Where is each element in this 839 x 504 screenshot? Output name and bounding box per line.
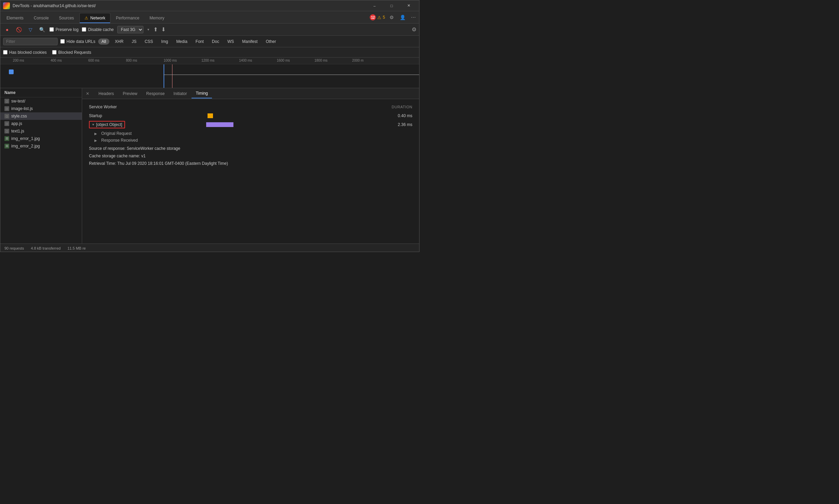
timeline-blue-line — [164, 64, 164, 88]
timing-respondwith-row: ▼ [object Object] 2.36 ms — [89, 121, 412, 128]
file-item-image-list[interactable]: ◻ image-list.js — [0, 105, 82, 112]
throttle-select[interactable]: Fast 3G — [117, 26, 143, 33]
preserve-log-text: Preserve log — [56, 27, 78, 32]
file-name-sw-test: sw-test/ — [11, 99, 25, 104]
filter-doc-button[interactable]: Doc — [209, 38, 222, 45]
filter-css-button[interactable]: CSS — [142, 38, 156, 45]
detail-tab-preview[interactable]: Preview — [119, 89, 141, 98]
filter-ws-button[interactable]: WS — [225, 38, 237, 45]
stop-button[interactable]: 🚫 — [15, 26, 23, 34]
respond-with-bar — [206, 122, 233, 127]
timing-section-header: Service Worker DURATION — [89, 105, 412, 109]
timeline-area: 200 ms 400 ms 600 ms 800 ms 1000 ms 1200… — [0, 58, 419, 88]
settings-icon[interactable]: ⚙ — [387, 13, 396, 22]
record-button[interactable]: ● — [3, 26, 11, 34]
filter-input[interactable] — [3, 38, 58, 45]
timeline-ruler: 200 ms 400 ms 600 ms 800 ms 1000 ms 1200… — [0, 58, 419, 64]
file-item-sw-test[interactable]: ◻ sw-test/ — [0, 97, 82, 105]
throttle-dropdown-icon[interactable]: ▼ — [147, 28, 150, 31]
file-name-image-list: image-list.js — [11, 106, 33, 111]
startup-bar — [208, 113, 213, 118]
tab-elements-label: Elements — [6, 16, 24, 20]
detail-tab-headers[interactable]: Headers — [94, 89, 118, 98]
has-blocked-cookies-label[interactable]: Has blocked cookies — [3, 50, 47, 55]
toolbar-gear-icon[interactable]: ⚙ — [412, 26, 416, 33]
download-icon[interactable]: ⬇ — [161, 26, 166, 33]
maximize-button[interactable]: □ — [384, 0, 399, 11]
tick-1000: 1000 ms — [164, 59, 177, 62]
file-item-text1-js[interactable]: ◻ text1.js — [0, 127, 82, 135]
filter-img-button[interactable]: Img — [158, 38, 171, 45]
tab-network[interactable]: ⚠ Network — [79, 13, 110, 23]
blocked-requests-label[interactable]: Blocked Requests — [52, 50, 91, 55]
file-icon-sw-test: ◻ — [4, 99, 9, 104]
toolbar: ● 🚫 ▽ 🔍 Preserve log Disable cache Fast … — [0, 23, 419, 36]
search-button[interactable]: 🔍 — [38, 26, 46, 34]
hide-data-urls-checkbox[interactable] — [60, 39, 65, 44]
tab-performance-label: Performance — [116, 16, 139, 20]
detail-tab-initiator[interactable]: Initiator — [169, 89, 191, 98]
tab-elements[interactable]: Elements — [2, 13, 28, 23]
file-item-style-css[interactable]: ◻ style.css — [0, 112, 82, 120]
preserve-log-checkbox[interactable] — [49, 27, 54, 32]
file-item-img-error-1[interactable]: 🖼 img_error_1.jpg — [0, 135, 82, 142]
timing-response-received-row: ▶ Response Received — [89, 138, 412, 143]
close-button[interactable]: ✕ — [401, 0, 416, 11]
timeline-white-line — [164, 75, 419, 75]
hide-data-urls-text: Hide data URLs — [66, 39, 95, 44]
detail-tabs: ✕ Headers Preview Response Initiator Tim… — [82, 88, 419, 99]
timing-original-request-label: Original Request — [101, 131, 132, 136]
devtools-icon — [3, 2, 10, 9]
tick-1600: 1600 ms — [277, 59, 290, 62]
filter-bar: Hide data URLs All XHR JS CSS Img Media … — [0, 36, 419, 47]
network-warning-icon: ⚠ — [85, 16, 88, 20]
tab-bar-right: 12 ⚠ 5 ⚙ 👤 ⋯ — [370, 13, 418, 23]
status-bar: 90 requests 4.8 kB transferred 11.5 MB r… — [0, 243, 419, 252]
disable-cache-checkbox[interactable] — [82, 27, 86, 32]
filter-all-button[interactable]: All — [98, 38, 109, 45]
tab-sources[interactable]: Sources — [54, 13, 79, 23]
filter-xhr-button[interactable]: XHR — [112, 38, 126, 45]
file-name-text1-js: text1.js — [11, 129, 24, 133]
disable-cache-label[interactable]: Disable cache — [82, 27, 113, 32]
minimize-button[interactable]: – — [367, 0, 382, 11]
filter-other-button[interactable]: Other — [263, 38, 279, 45]
blocked-requests-text: Blocked Requests — [58, 50, 91, 55]
title-bar: DevTools - anubhamathur14.github.io/sw-t… — [0, 0, 419, 11]
timing-source-response: Source of response: ServiceWorker cache … — [89, 145, 412, 152]
preserve-log-label[interactable]: Preserve log — [49, 27, 78, 32]
filter-manifest-button[interactable]: Manifest — [240, 38, 260, 45]
tab-console[interactable]: Console — [29, 13, 54, 23]
timing-original-request-row: ▶ Original Request — [89, 131, 412, 136]
has-blocked-cookies-text: Has blocked cookies — [9, 50, 47, 55]
filter-font-button[interactable]: Font — [193, 38, 207, 45]
upload-icon[interactable]: ⬆ — [153, 26, 158, 33]
detail-close-button[interactable]: ✕ — [83, 90, 92, 98]
tick-400: 400 ms — [50, 59, 62, 62]
tab-performance[interactable]: Performance — [111, 13, 144, 23]
detail-panel: ✕ Headers Preview Response Initiator Tim… — [82, 88, 419, 243]
more-icon[interactable]: ⋯ — [409, 13, 418, 22]
file-item-app-js[interactable]: ◻ app.js — [0, 120, 82, 127]
tab-network-label: Network — [90, 16, 105, 20]
detail-tab-timing[interactable]: Timing — [192, 89, 212, 98]
filter-js-button[interactable]: JS — [129, 38, 139, 45]
file-icon-text1-js: ◻ — [4, 129, 9, 133]
timing-content: Service Worker DURATION Startup 0.40 ms … — [82, 99, 419, 173]
file-item-img-error-2[interactable]: 🖼 img_error_2.jpg — [0, 142, 82, 150]
filter-bar-2: Has blocked cookies Blocked Requests — [0, 47, 419, 58]
has-blocked-cookies-checkbox[interactable] — [3, 50, 7, 54]
original-request-arrow: ▶ — [94, 132, 97, 136]
hide-data-urls-label[interactable]: Hide data URLs — [60, 39, 95, 44]
file-icon-img-error-2: 🖼 — [4, 144, 9, 148]
profile-icon[interactable]: 👤 — [398, 13, 407, 22]
filter-media-button[interactable]: Media — [173, 38, 190, 45]
blocked-requests-checkbox[interactable] — [52, 50, 57, 54]
status-resources: 11.5 MB re — [67, 246, 86, 250]
file-name-app-js: app.js — [11, 121, 22, 126]
tab-memory[interactable]: Memory — [145, 13, 169, 23]
timeline-chart — [0, 64, 419, 88]
timing-cache-name: Cache storage cache name: v1 — [89, 152, 412, 160]
detail-tab-response[interactable]: Response — [142, 89, 169, 98]
filter-button[interactable]: ▽ — [26, 26, 34, 34]
